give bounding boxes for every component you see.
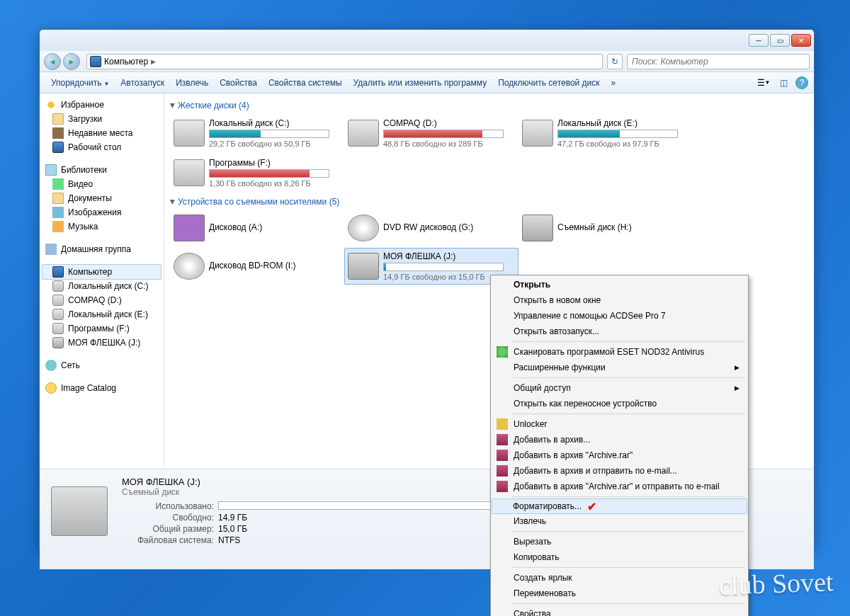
drive-a[interactable]: Дисковод (A:) [170,211,344,245]
sidebar-recent[interactable]: Недавние места [40,126,164,140]
ctx-cut[interactable]: Вырезать [492,534,747,549]
drive-i[interactable]: Дисковод BD-ROM (I:) [170,248,344,285]
properties-button[interactable]: Свойства [214,75,263,91]
minimize-button[interactable]: ─ [749,34,769,47]
refresh-button[interactable]: ↻ [607,54,623,69]
drive-icon [52,295,64,306]
floppy-icon [174,215,205,241]
drive-e[interactable]: Локальный диск (E:)47,2 ГБ свободно из 9… [518,115,693,152]
sidebar-drive-j[interactable]: МОЯ ФЛЕШКА (J:) [40,336,164,350]
ctx-rename[interactable]: Переименовать [492,586,747,601]
sidebar-favorites-header[interactable]: Избранное [40,98,164,112]
category-removable[interactable]: ▶Устройства со съемными носителями (5) [170,197,808,207]
sidebar-computer-header[interactable]: Компьютер [42,264,162,280]
sidebar-drive-d[interactable]: COMPAQ (D:) [40,293,164,307]
usb-drive-icon [348,253,379,280]
view-options-button[interactable]: ☰▼ [756,75,771,91]
sidebar-image-catalog[interactable]: Image Catalog [40,381,164,395]
sidebar-desktop[interactable]: Рабочий стол [40,140,164,154]
winrar-icon [497,465,508,477]
forward-button[interactable]: ► [63,53,80,70]
red-checkmark-icon: ✔ [587,500,596,513]
toolbar: Упорядочить▼ Автозапуск Извлечь Свойства… [40,72,814,93]
details-total-label: Общий размер: [122,524,214,534]
pictures-icon [52,207,64,218]
winrar-icon [497,481,508,492]
folder-icon [52,113,64,125]
autoplay-button[interactable]: Автозапуск [115,75,170,91]
details-name: МОЯ ФЛЕШКА (J:) [122,477,530,487]
submenu-arrow-icon: ▶ [735,364,740,371]
organize-button[interactable]: Упорядочить▼ [45,75,115,91]
ctx-archive-email[interactable]: Добавить в архив и отправить по e-mail..… [492,463,747,479]
sidebar-drive-f[interactable]: Программы (F:) [40,321,164,336]
drive-h[interactable]: Съемный диск (H:) [518,211,693,245]
ctx-unlocker[interactable]: Unlocker [492,416,747,432]
titlebar[interactable]: ─ ▭ ✕ [40,30,814,51]
sidebar-video[interactable]: Видео [40,177,164,191]
drive-icon [52,309,64,320]
watermark: club Sovet [718,566,834,601]
removable-icon [522,215,553,241]
ctx-archive-rar[interactable]: Добавить в архив "Archive.rar" [492,447,747,463]
back-button[interactable]: ◄ [44,53,61,70]
sidebar-drive-c[interactable]: Локальный диск (C:) [40,279,164,293]
ctx-format[interactable]: Форматировать...✔ [492,498,747,514]
search-input[interactable] [627,54,810,69]
toolbar-overflow[interactable]: » [606,75,622,91]
category-hdd[interactable]: ▶Жесткие диски (4) [170,101,808,110]
bdrom-icon [174,253,205,280]
ctx-eset-scan[interactable]: Сканировать программой ESET NOD32 Antivi… [492,344,747,360]
ctx-eject[interactable]: Извлечь [492,513,747,529]
ctx-portable[interactable]: Открыть как переносное устройство [492,396,747,411]
uninstall-button[interactable]: Удалить или изменить программу [348,75,493,91]
ctx-archive-add[interactable]: Добавить в архив... [492,432,747,447]
eject-button[interactable]: Извлечь [170,75,214,91]
ctx-autoplay[interactable]: Открыть автозапуск... [492,324,747,339]
sidebar-music[interactable]: Музыка [40,219,164,234]
ctx-advanced[interactable]: Расширенные функции▶ [492,360,747,375]
unlocker-icon [497,418,508,430]
drive-c[interactable]: Локальный диск (C:)29,2 ГБ свободно из 5… [170,115,344,152]
sidebar-drive-e[interactable]: Локальный диск (E:) [40,307,164,321]
address-text: Компьютер [104,57,148,67]
help-button[interactable]: ? [795,76,808,89]
close-button[interactable]: ✕ [791,34,811,47]
ctx-archive-rar-email[interactable]: Добавить в архив "Archive.rar" и отправи… [492,479,747,494]
details-used-label: Использовано: [122,501,214,511]
ctx-open-new-window[interactable]: Открыть в новом окне [492,292,747,308]
details-type: Съемный диск [122,487,530,497]
drive-icon [52,323,64,334]
winrar-icon [497,450,508,461]
sidebar-libraries-header[interactable]: Библиотеки [40,163,164,177]
ctx-copy[interactable]: Копировать [492,549,747,565]
details-free-label: Свободно: [122,513,214,523]
maximize-button[interactable]: ▭ [770,34,790,47]
context-menu: Открыть Открыть в новом окне Управление … [490,275,749,616]
map-drive-button[interactable]: Подключить сетевой диск [492,75,605,91]
hdd-icon [174,159,205,186]
drive-d[interactable]: COMPAQ (D:)48,8 ГБ свободно из 289 ГБ [344,115,518,152]
ctx-acdsee[interactable]: Управление с помощью ACDSee Pro 7 [492,308,747,324]
recent-icon [52,127,64,139]
address-bar[interactable]: Компьютер ▶ [86,54,603,69]
star-icon [45,99,57,110]
breadcrumb-arrow-icon[interactable]: ▶ [151,58,156,65]
sidebar-documents[interactable]: Документы [40,191,164,205]
details-total-value: 15,0 ГБ [218,524,247,534]
ctx-properties[interactable]: Свойства [492,606,747,616]
homegroup-icon [45,244,57,255]
ctx-open[interactable]: Открыть [492,277,747,292]
preview-pane-button[interactable]: ◫ [776,75,791,91]
system-properties-button[interactable]: Свойства системы [263,75,348,91]
dvd-icon [348,215,379,241]
ctx-create-shortcut[interactable]: Создать ярлык [492,570,747,586]
drive-f[interactable]: Программы (F:)1,30 ГБ свободно из 8,26 Г… [170,154,344,191]
sidebar-pictures[interactable]: Изображения [40,205,164,219]
sidebar-network[interactable]: Сеть [40,358,164,372]
ctx-share[interactable]: Общий доступ▶ [492,380,747,396]
details-free-value: 14,9 ГБ [218,513,247,523]
sidebar-homegroup[interactable]: Домашняя группа [40,242,164,256]
sidebar-downloads[interactable]: Загрузки [40,112,164,126]
drive-g[interactable]: DVD RW дисковод (G:) [344,211,518,245]
